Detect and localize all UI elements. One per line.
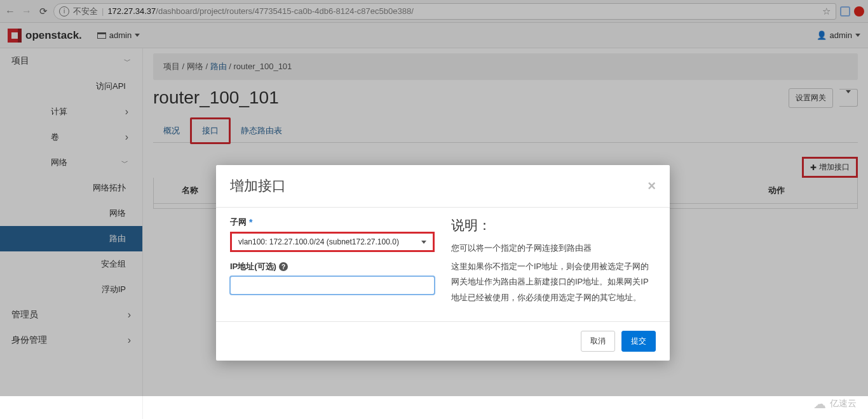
watermark: ☁ 亿速云 [813, 396, 857, 411]
help-icon[interactable]: ? [279, 262, 288, 271]
required-icon: * [249, 217, 252, 227]
close-icon[interactable]: × [648, 178, 656, 194]
cloud-icon: ☁ [813, 396, 826, 411]
subnet-label: 子网* [230, 216, 435, 228]
description-p2: 这里如果你不指定一个IP地址，则会使用被选定子网的网关地址作为路由器上新建接口的… [451, 259, 656, 306]
ip-input[interactable] [230, 276, 435, 295]
cancel-button[interactable]: 取消 [581, 331, 615, 352]
modal-title: 增加接口 [230, 176, 648, 196]
add-interface-modal: 增加接口 × 子网* vlan100: 172.27.100.0/24 (sub… [216, 165, 670, 361]
caret-down-icon [421, 241, 426, 244]
description-title: 说明： [451, 216, 656, 234]
subnet-value: vlan100: 172.27.100.0/24 (subnet172.27.1… [238, 237, 399, 246]
description-p1: 您可以将一个指定的子网连接到路由器 [451, 241, 656, 256]
subnet-select[interactable]: vlan100: 172.27.100.0/24 (subnet172.27.1… [230, 232, 435, 252]
ip-label: IP地址(可选)? [230, 261, 435, 272]
submit-button[interactable]: 提交 [621, 331, 656, 352]
